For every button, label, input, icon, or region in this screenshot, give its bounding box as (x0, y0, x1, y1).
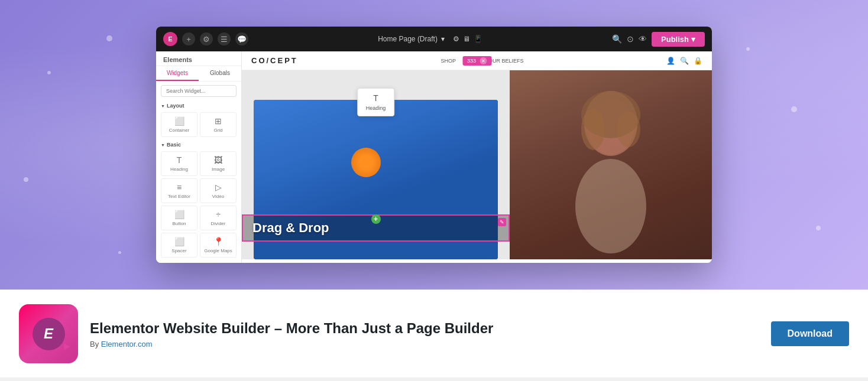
tab-widgets[interactable]: Widgets (156, 66, 199, 81)
dropdown-arrow[interactable]: ▾ (441, 35, 445, 43)
svg-point-5 (575, 159, 646, 253)
toolbar-icon-settings: ⚙ (453, 35, 459, 43)
widget-container[interactable]: ⬜ Container (161, 112, 197, 137)
widget-google-maps[interactable]: 📍 Google Maps (200, 233, 237, 258)
basic-section-label: Basic (156, 139, 241, 149)
browser-body: Elements Widgets Globals Layout ⬜ Contai… (156, 51, 712, 263)
widget-divider[interactable]: ÷ Divider (200, 206, 237, 230)
plugin-author-prefix: By (90, 340, 99, 349)
add-element-button[interactable]: + (371, 214, 381, 224)
dot-6 (816, 226, 821, 230)
svg-point-4 (617, 112, 640, 147)
publish-button[interactable]: Publish ▾ (652, 32, 705, 47)
dnd-edit-icon[interactable]: ✎ (498, 218, 506, 226)
google-maps-icon: 📍 (213, 237, 224, 246)
basic-widgets-grid: T Heading 🖼 Image ≡ Text Editor ▷ (156, 149, 241, 260)
chat-button[interactable]: 💬 (235, 32, 248, 45)
tab-globals[interactable]: Globals (199, 66, 241, 81)
widget-grid[interactable]: ⊞ Grid (200, 112, 237, 137)
help-icon[interactable]: ⊙ (627, 34, 634, 44)
browser-toolbar: E + ⚙ ☰ 💬 Home Page (Draft) ▾ ⚙ 🖥 📱 🔍 (156, 27, 712, 51)
button-label: Button (172, 221, 186, 226)
plugin-logo: E (19, 304, 78, 363)
nav-link-our-beliefs[interactable]: OUR BELIEFS (488, 58, 524, 64)
eye-icon[interactable]: 👁 (639, 34, 647, 44)
plugin-logo-arrow (64, 343, 70, 350)
selection-indicator: 333 ✕ (462, 56, 491, 66)
site-logo: CO/CEPT (251, 56, 298, 65)
dot-7 (118, 251, 121, 254)
dot-1 (106, 35, 112, 41)
hero-photo (510, 70, 712, 259)
hero-banner: E + ⚙ ☰ 💬 Home Page (Draft) ▾ ⚙ 🖥 📱 🔍 (0, 0, 868, 289)
search-icon[interactable]: 🔍 (612, 34, 622, 44)
search-widgets-input[interactable] (161, 85, 237, 97)
heading-widget-popup[interactable]: T Heading (357, 88, 395, 116)
settings-button[interactable]: ⚙ (200, 32, 213, 45)
sidebar-tabs: Widgets Globals (156, 66, 241, 82)
heading-widget-icon: T (373, 93, 378, 103)
page-title-text: Home Page (Draft) (378, 35, 438, 43)
nav-cart-icon[interactable]: 🔒 (694, 57, 702, 65)
website-preview: CO/CEPT SHOP ABOUT OUR BELIEFS 👤 🔍 🔒 (242, 51, 712, 263)
dot-2 (47, 71, 51, 74)
divider-icon: ÷ (216, 210, 221, 219)
card-wrapper: E + ⚙ ☰ 💬 Home Page (Draft) ▾ ⚙ 🖥 📱 🔍 (0, 0, 868, 377)
elements-sidebar: Elements Widgets Globals Layout ⬜ Contai… (156, 51, 242, 263)
widget-button[interactable]: ⬜ Button (161, 206, 197, 230)
container-label: Container (169, 128, 190, 133)
container-icon: ⬜ (174, 116, 184, 126)
layout-widgets-grid: ⬜ Container ⊞ Grid (156, 110, 241, 139)
video-label: Video (212, 194, 224, 199)
plugin-logo-letter: E (44, 325, 53, 342)
nav-user-icon[interactable]: 👤 (666, 57, 675, 65)
publish-label: Publish (661, 35, 689, 44)
browser-mockup: E + ⚙ ☰ 💬 Home Page (Draft) ▾ ⚙ 🖥 📱 🔍 (156, 27, 712, 263)
layout-section-label: Layout (156, 100, 241, 110)
image-label: Image (212, 167, 225, 172)
nav-link-shop[interactable]: SHOP (441, 58, 456, 64)
video-icon: ▷ (215, 183, 222, 192)
site-nav-icons: 👤 🔍 🔒 (666, 57, 702, 65)
woman-silhouette (558, 76, 664, 253)
selection-count: 333 (467, 58, 476, 64)
plugin-author: By Elementor.com (90, 340, 759, 349)
image-icon: 🖼 (214, 155, 222, 165)
elementor-logo: E (163, 32, 177, 46)
toolbar-icon-monitor: 🖥 (463, 35, 470, 43)
download-button[interactable]: Download (771, 321, 849, 346)
text-editor-label: Text Editor (168, 194, 190, 199)
svg-point-3 (581, 109, 605, 150)
toolbar-right: 🔍 ⊙ 👁 (612, 34, 647, 44)
plus-icon: + (186, 35, 191, 44)
hero-left-panel: T Heading (242, 70, 510, 259)
menu-button[interactable]: ☰ (218, 32, 231, 45)
plugin-logo-circle: E (33, 318, 65, 350)
spacer-icon: ⬜ (174, 237, 184, 246)
dot-3 (24, 177, 28, 182)
button-icon: ⬜ (174, 210, 184, 219)
site-hero: T Heading (242, 70, 712, 259)
plugin-info-section: E Elementor Website Builder – More Than … (0, 289, 868, 377)
widget-spacer[interactable]: ⬜ Spacer (161, 233, 197, 258)
heading-icon: T (177, 155, 182, 165)
plugin-author-link[interactable]: Elementor.com (101, 340, 153, 349)
google-maps-label: Google Maps (204, 248, 232, 253)
widget-heading[interactable]: T Heading (161, 151, 197, 176)
publish-dropdown-arrow: ▾ (691, 35, 695, 44)
widget-text-editor[interactable]: ≡ Text Editor (161, 178, 197, 203)
heading-widget-label: Heading (366, 105, 386, 111)
grid-label: Grid (213, 128, 222, 133)
widget-image[interactable]: 🖼 Image (200, 151, 237, 176)
grid-icon: ⊞ (215, 116, 222, 126)
dot-4 (791, 106, 797, 112)
selection-close[interactable]: ✕ (480, 57, 487, 64)
text-editor-icon: ≡ (177, 183, 182, 192)
widget-video[interactable]: ▷ Video (200, 178, 237, 203)
elementor-logo-letter: E (168, 35, 172, 43)
page-title-area: Home Page (Draft) ▾ ⚙ 🖥 📱 (253, 35, 607, 43)
sidebar-header: Elements (156, 51, 241, 66)
heading-label: Heading (170, 167, 188, 172)
plus-button[interactable]: + (182, 32, 195, 45)
nav-search-icon[interactable]: 🔍 (680, 57, 689, 65)
